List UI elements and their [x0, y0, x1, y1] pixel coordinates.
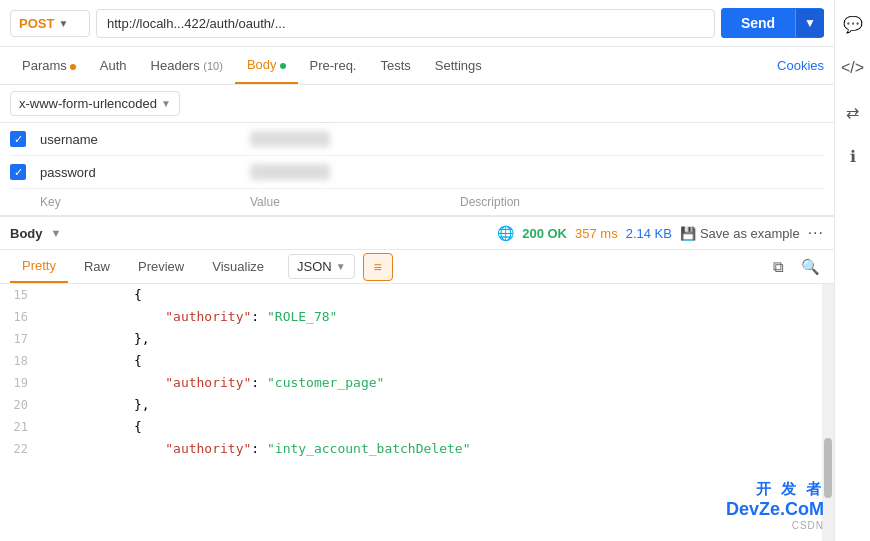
- body-type-bar: x-www-form-urlencoded ▼: [0, 85, 834, 123]
- scrollbar-thumb[interactable]: [824, 438, 832, 498]
- save-example-button[interactable]: 💾 Save as example: [680, 226, 800, 241]
- json-scroll-area[interactable]: 15 {16 "authority": "ROLE_78"17 },18 {19…: [0, 284, 822, 541]
- more-options-button[interactable]: ···: [808, 224, 824, 242]
- resp-tab-visualize[interactable]: Visualize: [200, 251, 276, 282]
- table-row: ✓ username: [10, 123, 824, 156]
- password-checkbox[interactable]: ✓: [10, 164, 26, 180]
- send-button-group: Send ▼: [721, 8, 824, 38]
- resp-tab-preview[interactable]: Preview: [126, 251, 196, 282]
- table-row: ✓ password: [10, 156, 824, 189]
- request-body-table: ✓ username ✓ password Key Value Descript…: [0, 123, 834, 215]
- params-dot: [70, 64, 76, 70]
- globe-icon: 🌐: [497, 225, 514, 241]
- json-line: 18 {: [0, 350, 822, 372]
- response-bar: Body ▼ 🌐 200 OK 357 ms 2.14 KB 💾 Save as…: [0, 215, 834, 250]
- tab-tests[interactable]: Tests: [368, 48, 422, 83]
- tab-prereq[interactable]: Pre-req.: [298, 48, 369, 83]
- body-dot: [280, 63, 286, 69]
- format-selector[interactable]: JSON ▼: [288, 254, 355, 279]
- json-line: 16 "authority": "ROLE_78": [0, 306, 822, 328]
- send-main-button[interactable]: Send: [721, 8, 795, 38]
- password-value: [250, 164, 330, 180]
- password-key: password: [40, 165, 240, 180]
- tab-params[interactable]: Params: [10, 48, 88, 83]
- json-line: 17 },: [0, 328, 822, 350]
- resp-tab-raw[interactable]: Raw: [72, 251, 122, 282]
- response-time: 357 ms: [575, 226, 618, 241]
- json-line: 22 "authority": "inty_account_batchDelet…: [0, 438, 822, 460]
- format-chevron-icon: ▼: [336, 261, 346, 272]
- status-badge: 200 OK: [522, 226, 567, 241]
- response-size: 2.14 KB: [626, 226, 672, 241]
- right-sidebar: 💬 </> ⇄ ℹ: [834, 0, 870, 541]
- url-input[interactable]: [96, 9, 715, 38]
- request-tabs-bar: Params Auth Headers (10) Body Pre-req. T…: [0, 47, 834, 85]
- response-tabs-bar: Pretty Raw Preview Visualize JSON ▼ ≡ ⧉ …: [0, 250, 834, 284]
- username-key: username: [40, 132, 240, 147]
- send-arrow-button[interactable]: ▼: [795, 9, 824, 37]
- table-header-row: Key Value Description: [10, 189, 824, 215]
- resp-tab-pretty[interactable]: Pretty: [10, 250, 68, 283]
- tab-auth[interactable]: Auth: [88, 48, 139, 83]
- tab-settings[interactable]: Settings: [423, 48, 494, 83]
- info-icon[interactable]: ℹ: [839, 142, 867, 170]
- json-viewer-area: 15 {16 "authority": "ROLE_78"17 },18 {19…: [0, 284, 834, 541]
- json-line: 21 {: [0, 416, 822, 438]
- method-label: POST: [19, 16, 54, 31]
- cookies-button[interactable]: Cookies: [777, 48, 824, 83]
- copy-button[interactable]: ⧉: [764, 253, 792, 281]
- body-type-selector[interactable]: x-www-form-urlencoded ▼: [10, 91, 180, 116]
- username-value: [250, 131, 330, 147]
- url-bar: POST ▼ Send ▼: [0, 0, 834, 47]
- save-icon: 💾: [680, 226, 696, 241]
- wrap-lines-button[interactable]: ≡: [363, 253, 393, 281]
- response-chevron-icon: ▼: [51, 227, 62, 239]
- json-line: 20 },: [0, 394, 822, 416]
- json-line: 15 {: [0, 284, 822, 306]
- comment-icon[interactable]: 💬: [839, 10, 867, 38]
- json-line: 19 "authority": "customer_page": [0, 372, 822, 394]
- code-icon[interactable]: </>: [839, 54, 867, 82]
- tab-headers[interactable]: Headers (10): [139, 48, 235, 83]
- username-checkbox[interactable]: ✓: [10, 131, 26, 147]
- json-viewer: 15 {16 "authority": "ROLE_78"17 },18 {19…: [0, 284, 822, 460]
- tab-body[interactable]: Body: [235, 47, 298, 84]
- scrollbar[interactable]: [822, 284, 834, 541]
- search-button[interactable]: 🔍: [796, 253, 824, 281]
- arrows-icon[interactable]: ⇄: [839, 98, 867, 126]
- method-selector[interactable]: POST ▼: [10, 10, 90, 37]
- method-chevron-icon: ▼: [58, 18, 68, 29]
- body-type-chevron-icon: ▼: [161, 98, 171, 109]
